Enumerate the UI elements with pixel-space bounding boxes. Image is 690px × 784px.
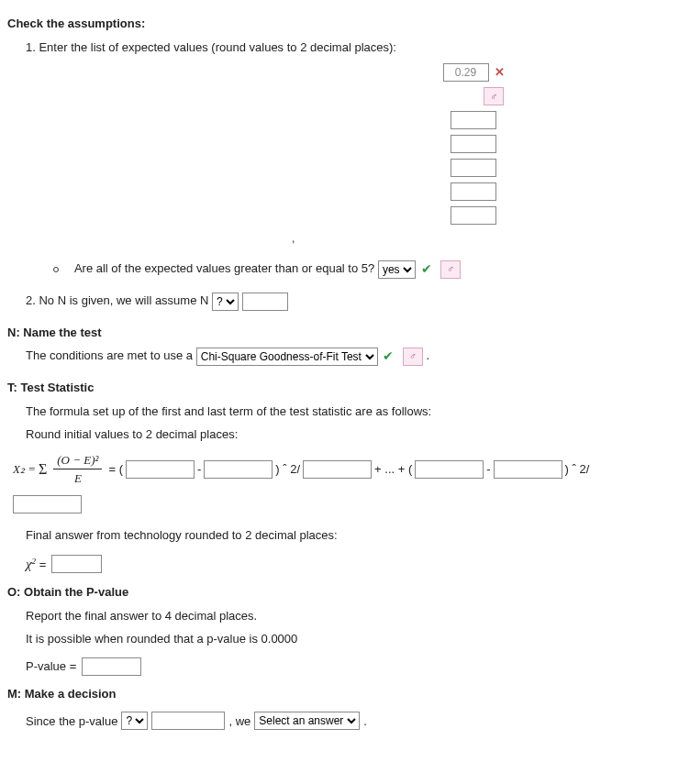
plus-ellipsis: + ... + ( (374, 460, 412, 479)
obtain-pvalue-heading: O: Obtain the P-value (7, 583, 683, 602)
oe-fraction: (O − E)² E (53, 451, 102, 488)
trailing-comma: , (292, 230, 683, 247)
conditions-text: The conditions are met to use a (26, 348, 193, 362)
expected-value-3-input[interactable] (451, 159, 496, 177)
no-n-row: 2. No N is given, we will assume N ? (26, 292, 683, 311)
close-sq-div-2: ) ˆ 2/ (565, 460, 590, 479)
pvalue-input[interactable] (82, 657, 141, 676)
expected-value-0-input[interactable] (443, 63, 489, 82)
minus-2: - (486, 460, 490, 479)
term1-o-input[interactable] (126, 460, 195, 479)
expected-value-5-input[interactable] (451, 206, 496, 225)
hint-icon[interactable]: ♂ (403, 348, 423, 366)
since-text: Since the p-value (26, 712, 117, 731)
term2-o-input[interactable] (415, 460, 484, 479)
assume-n-select[interactable]: ? (212, 293, 239, 311)
check-assumptions-heading: Check the assumptions: (7, 15, 683, 33)
hint-icon[interactable]: ♂ (440, 260, 461, 279)
term1-e-input[interactable] (204, 460, 273, 479)
chi-squared-input[interactable] (51, 555, 102, 573)
report-4dp-text: Report the final answer to 4 decimal pla… (26, 607, 683, 625)
formula-row: X₂ = Σ (O − E)² E = ( - ) ˆ 2/ + ... + (… (13, 451, 683, 488)
name-test-heading: N: Name the test (7, 324, 683, 342)
possible-zero-text: It is possible when rounded that a p-val… (26, 630, 683, 648)
sigma-symbol: Σ (39, 458, 47, 480)
equals-open: = ( (108, 460, 123, 479)
we-text: , we (228, 712, 250, 731)
minus-1: - (197, 460, 201, 479)
decision-select[interactable]: Select an answer (254, 712, 360, 730)
hint-icon[interactable]: ♂ (484, 87, 504, 105)
assume-n-input[interactable] (242, 293, 288, 311)
close-sq-div-1: ) ˆ 2/ (275, 460, 300, 479)
test-name-select[interactable]: Chi-Square Goodness-of-Fit Test (196, 348, 378, 366)
term2-e-input[interactable] (494, 460, 562, 479)
period: . (427, 348, 430, 362)
chi-squared-label: χ2 = (26, 554, 46, 575)
expected-value-1-input[interactable] (451, 111, 496, 129)
round-initial-text: Round initial values to 2 decimal places… (26, 425, 683, 444)
check-icon: ✔ (421, 261, 432, 276)
x2-label: X₂ = (13, 460, 36, 479)
no-n-text: 2. No N is given, we will assume N (26, 293, 208, 307)
compare-select[interactable]: ? (121, 712, 148, 730)
expected-value-4-input[interactable] (451, 182, 496, 201)
expected-values-stack: ✕ ♂ (264, 63, 683, 225)
final-tech-text: Final answer from technology rounded to … (26, 526, 683, 545)
expected-value-2-input[interactable] (451, 135, 496, 153)
close-icon[interactable]: ✕ (495, 63, 505, 82)
formula-intro-text: The formula set up of the first and last… (26, 403, 683, 421)
ge5-select[interactable]: yes (378, 260, 416, 279)
bullet-icon (53, 267, 59, 272)
test-statistic-heading: T: Test Statistic (7, 379, 683, 397)
compare-value-input[interactable] (151, 712, 225, 730)
term1-d-input[interactable] (303, 460, 372, 479)
enter-list-instruction: 1. Enter the list of expected values (ro… (26, 39, 683, 57)
make-decision-heading: M: Make a decision (7, 685, 683, 703)
pvalue-label: P-value = (26, 657, 76, 676)
check-icon: ✔ (383, 348, 394, 363)
term2-d-input[interactable] (13, 495, 82, 513)
period-2: . (363, 712, 367, 731)
ge5-question-text: Are all of the expected values greater t… (74, 261, 374, 275)
